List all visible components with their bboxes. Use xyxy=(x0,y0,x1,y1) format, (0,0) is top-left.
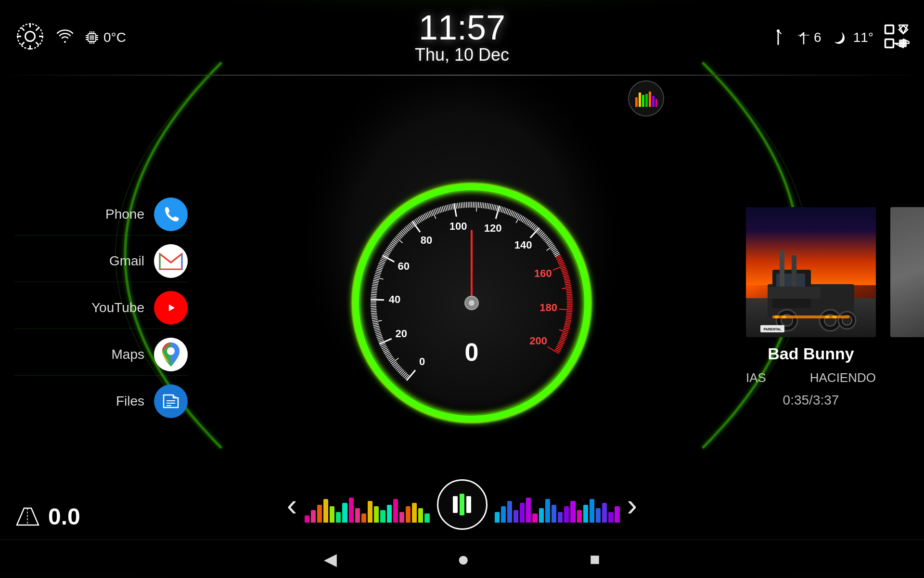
svg-line-290 xyxy=(566,294,572,294)
svg-text:200: 200 xyxy=(529,335,547,347)
equalizer-right xyxy=(495,486,620,523)
app-item-youtube[interactable]: YouTube xyxy=(14,287,188,329)
svg-text:180: 180 xyxy=(539,302,557,314)
song-right: HACIENDO xyxy=(810,370,876,385)
svg-line-10 xyxy=(36,42,39,45)
svg-rect-353 xyxy=(775,315,779,318)
header-center: 11:57 Thu, 10 Dec xyxy=(207,10,717,65)
wifi-icon xyxy=(55,27,75,48)
svg-line-9 xyxy=(22,28,25,31)
header-right: 6 11° xyxy=(717,23,910,52)
equalizer-left xyxy=(305,486,430,523)
time-info: 0:35/3:37 xyxy=(746,393,876,408)
music-visualizer-button[interactable] xyxy=(628,80,664,117)
eq-bars-icon xyxy=(635,90,657,107)
svg-text:20: 20 xyxy=(396,328,407,340)
svg-line-112 xyxy=(371,308,376,308)
apps-grid-button[interactable] xyxy=(883,23,910,52)
svg-rect-354 xyxy=(782,315,786,318)
album-art-container: PARENTAL xyxy=(746,207,910,337)
artist-name: Bad Bunny xyxy=(746,344,876,363)
svg-point-339 xyxy=(469,300,475,306)
header-left: 0°C xyxy=(14,21,207,54)
svg-rect-41 xyxy=(886,39,893,47)
svg-line-12 xyxy=(22,42,25,45)
svg-rect-43 xyxy=(899,39,907,47)
svg-text:PARENTAL: PARENTAL xyxy=(763,328,782,331)
svg-line-200 xyxy=(463,202,463,208)
svg-rect-55 xyxy=(642,95,644,107)
svg-line-208 xyxy=(476,202,477,211)
svg-point-32 xyxy=(777,29,780,32)
header: 0°C 11:57 Thu, 10 Dec 6 xyxy=(0,0,924,75)
youtube-icon xyxy=(154,291,188,325)
weather-temp: 11° xyxy=(853,30,873,45)
svg-line-289 xyxy=(566,292,572,293)
settings-button[interactable] xyxy=(14,21,46,54)
svg-rect-56 xyxy=(645,94,648,107)
svg-line-291 xyxy=(567,296,573,296)
svg-rect-53 xyxy=(635,97,638,107)
svg-rect-15 xyxy=(90,35,94,40)
phone-icon xyxy=(154,197,188,231)
svg-text:80: 80 xyxy=(421,234,432,246)
home-button[interactable]: ● xyxy=(457,548,469,571)
song-left: IAS xyxy=(746,370,766,385)
signal-icon xyxy=(776,29,794,46)
svg-line-110 xyxy=(371,311,377,312)
svg-text:160: 160 xyxy=(534,267,552,279)
grid-icon xyxy=(883,23,910,50)
moon-icon xyxy=(831,28,849,47)
time-display: 11:57 xyxy=(207,10,717,45)
app-label-phone: Phone xyxy=(105,207,144,222)
svg-line-209 xyxy=(478,202,479,208)
play-pause-button[interactable] xyxy=(437,479,488,530)
svg-rect-36 xyxy=(885,25,894,34)
antenna-icon xyxy=(796,30,811,45)
svg-line-300 xyxy=(566,311,572,312)
svg-text:0: 0 xyxy=(419,355,425,367)
temperature-display: 0°C xyxy=(103,30,126,45)
svg-text:100: 100 xyxy=(449,220,467,232)
svg-rect-345 xyxy=(792,255,796,287)
svg-text:120: 120 xyxy=(484,222,502,234)
app-item-maps[interactable]: Maps xyxy=(14,334,188,376)
prev-button[interactable]: ‹ xyxy=(287,489,297,520)
svg-rect-344 xyxy=(780,250,784,287)
player-bar: 0.0 ‹ › xyxy=(0,470,924,539)
svg-rect-37 xyxy=(885,39,894,48)
road-icon xyxy=(14,506,41,527)
app-item-files[interactable]: Files xyxy=(14,381,188,422)
date-display: Thu, 10 Dec xyxy=(207,45,717,65)
weather-display: 11° xyxy=(831,28,873,47)
svg-line-201 xyxy=(464,202,465,208)
gear-icon xyxy=(14,21,46,52)
app-label-youtube: YouTube xyxy=(91,300,144,315)
gmail-icon xyxy=(154,244,188,278)
svg-rect-356 xyxy=(833,315,836,318)
speed-value: 0.0 xyxy=(48,503,80,530)
svg-line-117 xyxy=(371,299,384,300)
speed-value-text: 0 xyxy=(465,338,479,366)
maps-icon xyxy=(154,338,188,371)
app-item-phone[interactable]: Phone xyxy=(14,194,188,236)
next-button[interactable]: › xyxy=(627,489,638,520)
app-label-maps: Maps xyxy=(112,347,144,362)
svg-rect-368 xyxy=(460,494,464,515)
svg-line-210 xyxy=(480,202,480,208)
speed-display: 0.0 xyxy=(14,503,80,530)
app-item-gmail[interactable]: Gmail xyxy=(14,240,188,282)
back-button[interactable]: ◀ xyxy=(324,550,337,569)
svg-rect-57 xyxy=(649,92,651,107)
recent-button[interactable]: ■ xyxy=(590,549,600,569)
files-icon xyxy=(154,384,188,418)
svg-rect-367 xyxy=(466,496,471,513)
app-label-files: Files xyxy=(116,394,144,409)
pause-icon xyxy=(449,491,475,518)
svg-point-13 xyxy=(18,24,43,49)
svg-line-292 xyxy=(567,298,573,298)
svg-line-298 xyxy=(567,308,573,308)
svg-rect-40 xyxy=(886,26,893,33)
song-info: IAS HACIENDO xyxy=(746,370,876,385)
svg-line-111 xyxy=(371,309,377,310)
